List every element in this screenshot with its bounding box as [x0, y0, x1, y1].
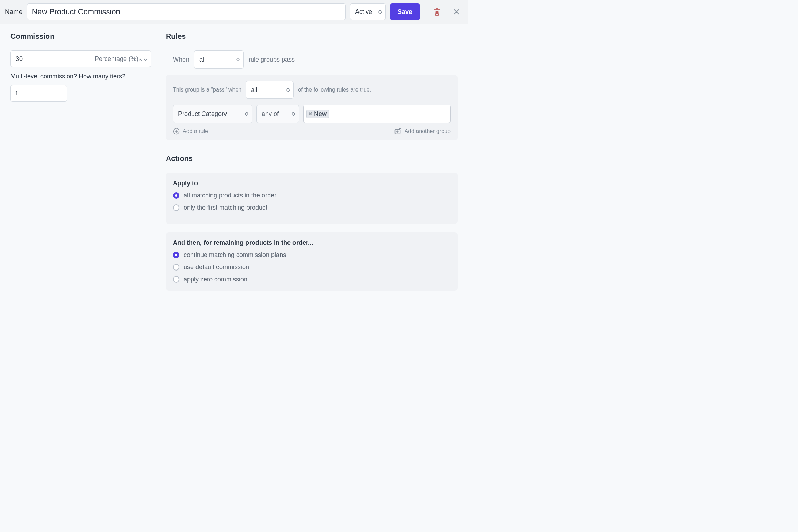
token-label: New — [314, 110, 327, 118]
when-prefix: When — [173, 56, 189, 63]
rule-operator-value: any of — [262, 110, 279, 118]
commission-value-row: Percentage (%) — [10, 50, 151, 67]
add-group-label: Add another group — [404, 128, 451, 134]
close-icon — [453, 8, 460, 15]
rules-when-line: When all rule groups pass — [173, 50, 458, 69]
status-select[interactable]: Active — [350, 3, 386, 20]
radio-icon — [173, 192, 179, 199]
header-bar: Name Active Save — [0, 0, 468, 24]
tier-label: Multi-level commission? How many tiers? — [10, 73, 151, 80]
when-mode-value: all — [199, 56, 206, 63]
chevron-updown-icon — [378, 10, 382, 14]
radio-icon — [173, 276, 179, 283]
remaining-box: And then, for remaining products in the … — [166, 232, 458, 291]
radio-label: apply zero commission — [184, 276, 247, 283]
remaining-option-default[interactable]: use default commission — [173, 264, 451, 271]
add-group-button[interactable]: Add another group — [394, 128, 451, 134]
chevron-updown-icon — [292, 112, 295, 116]
status-value: Active — [355, 8, 372, 16]
close-button[interactable] — [450, 5, 463, 18]
radio-label: continue matching commission plans — [184, 251, 286, 259]
apply-to-box: Apply to all matching products in the or… — [166, 173, 458, 224]
commission-amount-input[interactable] — [15, 55, 43, 63]
remaining-label: And then, for remaining products in the … — [173, 239, 451, 247]
add-group-icon — [394, 128, 401, 134]
radio-label: all matching products in the order — [184, 192, 276, 199]
rule-value-token[interactable]: ✕ New — [306, 110, 329, 118]
commission-type-select[interactable]: Percentage (%) — [91, 51, 151, 67]
token-remove-icon[interactable]: ✕ — [308, 111, 313, 117]
name-label: Name — [5, 8, 23, 16]
apply-to-label: Apply to — [173, 180, 451, 187]
radio-icon — [173, 252, 179, 258]
rule-subject-value: Product Category — [178, 110, 227, 118]
group-mode-select[interactable]: all — [246, 81, 294, 99]
remaining-option-zero[interactable]: apply zero commission — [173, 276, 451, 283]
apply-to-option-all[interactable]: all matching products in the order — [173, 192, 451, 199]
name-input[interactable] — [27, 3, 346, 20]
add-rule-button[interactable]: Add a rule — [173, 128, 208, 135]
apply-to-option-first[interactable]: only the first matching product — [173, 204, 451, 211]
plus-circle-icon — [173, 128, 180, 135]
chevron-updown-icon — [245, 112, 248, 116]
delete-button[interactable] — [430, 5, 444, 18]
radio-icon — [173, 264, 179, 271]
group-suffix: of the following rules are true. — [298, 87, 371, 93]
rule-operator-select[interactable]: any of — [256, 105, 299, 123]
chevron-updown-icon — [286, 88, 290, 92]
rule-subject-select[interactable]: Product Category — [173, 105, 252, 123]
commission-type-value: Percentage (%) — [95, 55, 138, 63]
group-mode-value: all — [251, 86, 257, 94]
chevron-updown-icon — [236, 57, 240, 62]
chevron-updown-icon — [139, 55, 147, 63]
group-prefix: This group is a "pass" when — [173, 87, 241, 93]
rule-group: This group is a "pass" when all of the f… — [166, 75, 458, 140]
trash-icon — [433, 8, 440, 16]
rules-title: Rules — [166, 32, 458, 44]
when-suffix: rule groups pass — [248, 56, 295, 63]
radio-label: use default commission — [184, 264, 249, 271]
rule-row: Product Category any of — [173, 105, 451, 123]
commission-title: Commission — [10, 32, 151, 44]
radio-icon — [173, 204, 179, 211]
when-mode-select[interactable]: all — [194, 50, 244, 69]
tier-count-input[interactable] — [10, 85, 67, 102]
rule-value-input[interactable]: ✕ New — [303, 105, 451, 123]
save-button[interactable]: Save — [390, 3, 420, 20]
actions-title: Actions — [166, 154, 458, 166]
radio-label: only the first matching product — [184, 204, 267, 211]
remaining-option-continue[interactable]: continue matching commission plans — [173, 251, 451, 259]
add-rule-label: Add a rule — [183, 128, 208, 134]
